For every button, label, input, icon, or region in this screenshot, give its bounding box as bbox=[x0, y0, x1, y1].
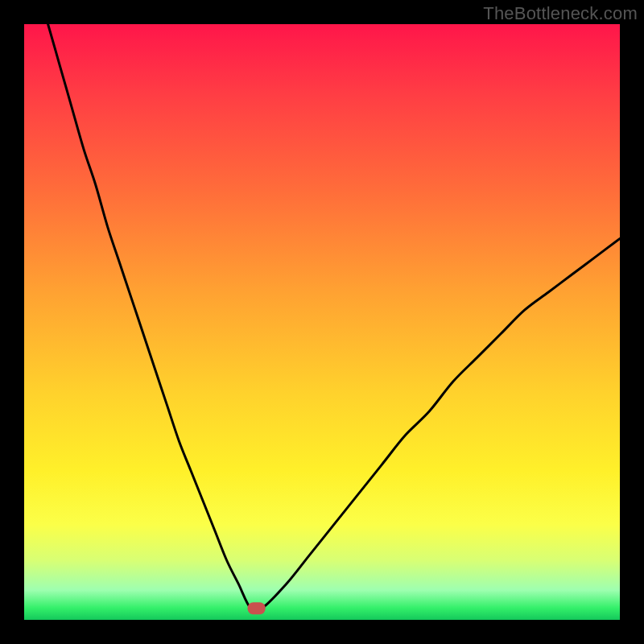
curve-layer bbox=[24, 24, 620, 620]
watermark-text: TheBottleneck.com bbox=[483, 3, 638, 24]
bottleneck-marker bbox=[248, 602, 266, 614]
chart-container: TheBottleneck.com bbox=[0, 0, 644, 644]
plot-area bbox=[24, 24, 620, 620]
bottleneck-curve bbox=[48, 24, 620, 611]
